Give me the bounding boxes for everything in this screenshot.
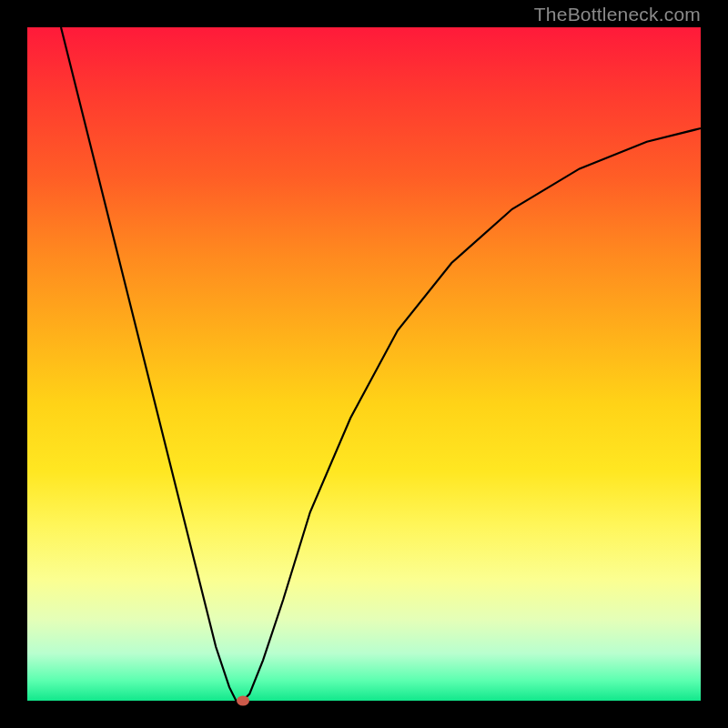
chart-frame: TheBottleneck.com xyxy=(0,0,728,728)
curve-path xyxy=(61,27,701,701)
optimum-marker xyxy=(237,696,249,706)
bottleneck-curve xyxy=(27,27,701,701)
watermark-label: TheBottleneck.com xyxy=(534,4,701,25)
plot-area xyxy=(27,27,701,701)
